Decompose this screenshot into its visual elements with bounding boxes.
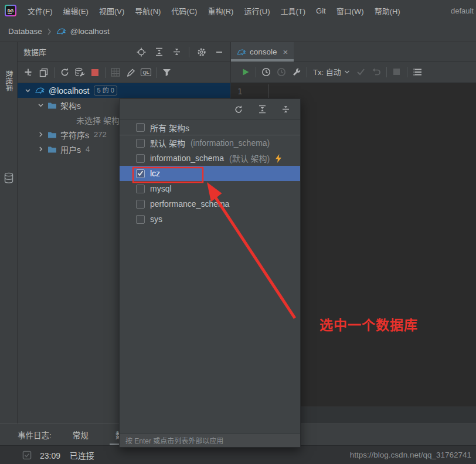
popup-item-suffix: (information_schema) <box>191 138 270 148</box>
tree-row-connection[interactable]: @localhost 5 的 0 <box>18 83 230 98</box>
settings-gear-icon[interactable] <box>194 45 209 59</box>
expand-all-icon[interactable] <box>254 103 270 117</box>
chevron-right-icon <box>47 28 52 35</box>
checkbox-unchecked[interactable] <box>136 215 145 224</box>
popup-item-sys[interactable]: sys <box>120 211 300 227</box>
menu-run[interactable]: 运行(U) <box>239 0 275 21</box>
menu-code[interactable]: 代码(C) <box>166 0 202 21</box>
collations-count: 272 <box>94 130 107 139</box>
tool-window-stripe: 数据库 <box>0 42 18 424</box>
checkbox-unchecked[interactable] <box>136 139 145 148</box>
breadcrumb: Database @localhost <box>0 21 476 42</box>
database-cylinder-icon[interactable] <box>4 172 14 184</box>
lightning-bolt-icon <box>275 154 282 163</box>
users-count: 4 <box>86 145 90 153</box>
close-tab-icon[interactable]: × <box>283 47 288 57</box>
duplicate-icon[interactable] <box>36 66 52 80</box>
event-log-title: 事件日志: <box>18 429 52 441</box>
mysql-dolphin-icon <box>237 48 246 56</box>
schema-chooser-popup: 所有 架构s 默认 架构 (information_schema) inform… <box>119 98 301 448</box>
menu-window[interactable]: 窗口(W) <box>331 0 369 21</box>
chevron-down-icon[interactable] <box>25 87 31 94</box>
database-panel-title: 数据库 <box>23 46 46 57</box>
event-read-checkbox-icon[interactable] <box>22 451 32 460</box>
chevron-down-icon <box>344 70 350 74</box>
browse-history-icon[interactable] <box>274 65 289 79</box>
event-log-tab-general[interactable]: 常规 <box>67 424 94 446</box>
folder-icon <box>47 131 57 139</box>
users-folder-label: 用户s <box>60 144 81 155</box>
popup-item-default-schema[interactable]: 默认 架构 (information_schema) <box>120 135 300 151</box>
mysql-dolphin-icon <box>35 86 45 95</box>
popup-item-lcz[interactable]: lcz <box>120 166 300 181</box>
datagrip-logo-icon: DG <box>5 5 16 16</box>
menu-git[interactable]: Git <box>311 0 331 21</box>
commit-check-icon[interactable] <box>353 65 369 79</box>
collapse-all-icon[interactable] <box>278 103 293 117</box>
popup-item-mysql[interactable]: mysql <box>120 181 300 196</box>
run-config-label: default <box>451 6 476 15</box>
popup-item-label: information_schema <box>150 153 224 163</box>
status-time: 23:09 <box>40 451 60 460</box>
stop-icon[interactable] <box>389 65 404 79</box>
tab-console[interactable]: console × <box>231 42 294 62</box>
chevron-right-icon[interactable] <box>38 131 44 138</box>
output-options-icon[interactable] <box>410 65 425 79</box>
menu-edit[interactable]: 编辑(E) <box>58 0 94 21</box>
checkbox-unchecked[interactable] <box>136 200 145 209</box>
menu-tools[interactable]: 工具(T) <box>275 0 311 21</box>
refresh-icon[interactable] <box>57 66 72 80</box>
menu-refactor[interactable]: 重构(R) <box>202 0 239 21</box>
rollback-icon[interactable] <box>369 65 384 79</box>
folder-icon <box>47 101 57 110</box>
chevron-right-icon[interactable] <box>38 146 44 152</box>
popup-item-label: mysql <box>150 184 172 193</box>
table-data-icon[interactable] <box>108 66 123 80</box>
checkbox-unchecked[interactable] <box>136 154 145 163</box>
status-bar: 23:09 已连接 https://blog.csdn.net/qq_31762… <box>0 445 476 464</box>
watermark-url: https://blog.csdn.net/qq_31762741 <box>350 451 471 459</box>
tx-mode-selector[interactable]: Tx: 自动 <box>313 66 350 77</box>
refresh-icon[interactable] <box>231 103 246 117</box>
caret <box>268 84 269 98</box>
breadcrumb-root[interactable]: Database <box>8 27 42 36</box>
popup-item-label: sys <box>150 214 162 224</box>
hide-tool-window-icon[interactable] <box>212 45 227 59</box>
schema-count-badge: 5 的 0 <box>94 86 117 95</box>
checkbox-unchecked[interactable] <box>136 185 145 193</box>
status-message: 23:09 已连接 <box>40 449 94 461</box>
datasource-properties-icon[interactable] <box>72 66 87 80</box>
folder-icon <box>47 145 57 153</box>
chevron-down-icon[interactable] <box>38 102 44 108</box>
run-icon[interactable] <box>238 65 253 79</box>
breadcrumb-node[interactable]: @localhost <box>70 27 110 36</box>
menu-navigate[interactable]: 导航(N) <box>130 0 166 21</box>
popup-item-all-schemas[interactable]: 所有 架构s <box>120 120 300 135</box>
database-toolbar: QL <box>18 62 230 83</box>
add-datasource-icon[interactable] <box>21 66 36 80</box>
popup-item-label: 所有 架构s <box>150 122 189 134</box>
stop-connection-icon[interactable] <box>87 66 103 80</box>
popup-footer-hint: 按 Enter 或点击列表外部以应用 <box>120 433 300 447</box>
menu-view[interactable]: 视图(V) <box>94 0 130 21</box>
menu-file[interactable]: 文件(F) <box>22 0 58 21</box>
popup-item-label: 默认 架构 <box>150 137 185 149</box>
jump-to-console-icon[interactable]: QL <box>138 66 154 80</box>
wrench-settings-icon[interactable] <box>289 65 304 79</box>
database-panel-header: 数据库 <box>18 42 230 62</box>
line-number: 1 <box>237 87 242 96</box>
popup-item-performance-schema[interactable]: performance_schema <box>120 196 300 211</box>
locate-object-icon[interactable] <box>134 45 149 59</box>
filter-icon[interactable] <box>159 66 174 80</box>
schemas-hint-label: 未选择 架构s <box>76 114 124 126</box>
modify-pencil-icon[interactable] <box>123 66 138 80</box>
menu-help[interactable]: 帮助(H) <box>369 0 406 21</box>
popup-item-suffix: (默认 架构) <box>229 152 270 164</box>
popup-item-information-schema[interactable]: information_schema (默认 架构) <box>120 151 300 166</box>
expand-all-icon[interactable] <box>151 45 166 59</box>
tab-console-label: console <box>250 47 277 56</box>
checkbox-unchecked[interactable] <box>136 123 145 132</box>
checkbox-checked[interactable] <box>136 169 145 178</box>
collapse-all-icon[interactable] <box>169 45 184 59</box>
history-clock-icon[interactable] <box>259 65 274 79</box>
